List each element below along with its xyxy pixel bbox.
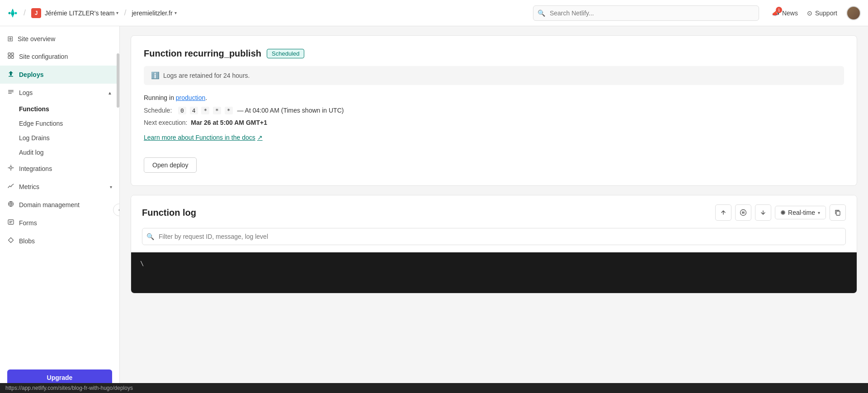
- site-configuration-icon: [7, 52, 14, 61]
- svg-point-9: [10, 167, 12, 169]
- search-bar: 🔍: [533, 5, 759, 21]
- main-content: Function recurring_publish Scheduled ℹ️ …: [120, 26, 868, 393]
- support-icon: ⊙: [807, 9, 812, 17]
- svg-rect-14: [744, 212, 745, 214]
- sidebar-item-blobs[interactable]: Blobs: [0, 232, 119, 250]
- info-box: ℹ️ Logs are retained for 24 hours.: [144, 66, 844, 85]
- logs-chevron-icon: ▲: [108, 90, 112, 95]
- logs-icon: [7, 88, 14, 97]
- production-link[interactable]: production: [176, 94, 205, 101]
- sidebar-item-integrations[interactable]: Integrations: [0, 160, 119, 178]
- search-icon: 🔍: [538, 9, 545, 17]
- site-name-button[interactable]: jeremielitzler.fr ▾: [132, 9, 176, 17]
- svg-rect-15: [836, 211, 840, 215]
- cron-seg-0: 0: [178, 107, 186, 114]
- sidebar-item-site-overview[interactable]: ⊞ Site overview: [0, 30, 119, 47]
- metrics-icon: [7, 182, 14, 191]
- cron-seg-4: *: [225, 107, 233, 114]
- search-input[interactable]: [533, 5, 759, 21]
- sidebar: ⊞ Site overview Site configuration Deplo…: [0, 26, 120, 393]
- log-card-header: Function log Real-time ▾: [131, 195, 857, 221]
- blobs-icon: [7, 237, 14, 246]
- scroll-down-button[interactable]: [755, 204, 771, 221]
- nav-separator: /: [24, 8, 26, 18]
- support-button[interactable]: ⊙ Support: [807, 9, 837, 17]
- metrics-chevron-icon: ▾: [110, 185, 112, 189]
- integrations-icon: [7, 164, 14, 173]
- docs-link-row: Learn more about Functions in the docs ↗: [144, 133, 844, 150]
- sidebar-item-logs[interactable]: Logs ▲: [0, 84, 119, 102]
- navbar: / J Jérémie LITZLER's team ▾ / jeremieli…: [0, 0, 868, 26]
- news-badge: 1: [776, 7, 782, 13]
- svg-point-1: [15, 12, 17, 14]
- news-button[interactable]: 📣 1 News: [772, 9, 798, 17]
- svg-point-0: [9, 12, 11, 14]
- realtime-chevron-icon: ▾: [818, 210, 820, 215]
- netlify-logo: [7, 8, 18, 19]
- sidebar-item-site-configuration[interactable]: Site configuration: [0, 47, 119, 66]
- svg-rect-13: [742, 212, 743, 214]
- site-overview-icon: ⊞: [7, 34, 13, 43]
- realtime-button[interactable]: Real-time ▾: [775, 206, 826, 219]
- layout: ⊞ Site overview Site configuration Deplo…: [0, 26, 868, 393]
- status-bar: https://app.netlify.com/sites/blog-fr-wi…: [0, 383, 868, 393]
- sidebar-sub-item-log-drains[interactable]: Log Drains: [19, 131, 119, 145]
- pause-icon: [740, 209, 747, 216]
- avatar[interactable]: [846, 6, 861, 20]
- sidebar-item-forms[interactable]: Forms: [0, 214, 119, 232]
- copy-button[interactable]: [830, 204, 846, 221]
- sidebar-item-metrics[interactable]: Metrics ▾: [0, 178, 119, 196]
- nav-separator-2: /: [124, 8, 126, 18]
- docs-link[interactable]: Learn more about Functions in the docs ↗: [144, 134, 263, 141]
- copy-icon: [834, 209, 841, 216]
- sidebar-sub-item-edge-functions[interactable]: Edge Functions: [19, 116, 119, 131]
- svg-rect-11: [8, 220, 14, 224]
- forms-icon: [7, 218, 14, 227]
- sidebar-sub-item-functions[interactable]: Functions: [19, 102, 119, 116]
- function-card: Function recurring_publish Scheduled ℹ️ …: [131, 35, 857, 186]
- logo-area: / J Jérémie LITZLER's team ▾ / jeremieli…: [7, 8, 177, 19]
- function-card-header: Function recurring_publish Scheduled: [144, 48, 844, 59]
- cron-seg-2: *: [201, 107, 209, 114]
- svg-rect-2: [8, 53, 10, 55]
- log-filter-input[interactable]: [142, 228, 846, 245]
- log-terminal: \: [131, 252, 857, 293]
- team-name-button[interactable]: Jérémie LITZLER's team ▾: [45, 9, 118, 17]
- site-chevron-icon: ▾: [175, 10, 177, 15]
- news-icon-wrap: 📣 1: [772, 9, 779, 17]
- open-deploy-button[interactable]: Open deploy: [144, 157, 197, 173]
- external-link-icon: ↗: [257, 134, 263, 141]
- sidebar-sub-item-audit-log[interactable]: Audit log: [19, 145, 119, 160]
- domain-management-icon: [7, 200, 14, 209]
- cron-seg-3: *: [213, 107, 221, 114]
- arrow-down-icon: [760, 209, 767, 216]
- realtime-dot-icon: [781, 210, 785, 215]
- svg-rect-3: [11, 53, 14, 55]
- sidebar-item-domain-management[interactable]: Domain management: [0, 196, 119, 214]
- team-badge-icon: J: [31, 8, 41, 18]
- svg-rect-6: [8, 90, 14, 91]
- log-filter-section: 🔍: [131, 221, 857, 252]
- svg-point-12: [741, 210, 746, 216]
- team-chevron-icon: ▾: [116, 10, 118, 15]
- log-filter-wrap: 🔍: [142, 228, 846, 245]
- svg-rect-7: [8, 91, 14, 92]
- svg-rect-4: [8, 56, 10, 58]
- pause-button[interactable]: [735, 204, 751, 221]
- cron-seg-1: 4: [190, 107, 198, 114]
- scrollbar-thumb: [117, 53, 119, 108]
- function-log-card: Function log Real-time ▾: [131, 195, 857, 294]
- sidebar-item-deploys[interactable]: Deploys: [0, 66, 119, 84]
- svg-rect-8: [8, 93, 12, 94]
- info-icon: ℹ️: [151, 71, 160, 80]
- log-title: Function log: [142, 208, 196, 218]
- nav-actions: 📣 1 News ⊙ Support: [772, 6, 861, 20]
- scroll-up-button[interactable]: [715, 204, 731, 221]
- running-in-row: Running in production.: [144, 94, 844, 101]
- schedule-row: Schedule: 0 4 * * * — At 04:00 AM (Times…: [144, 107, 844, 114]
- status-badge: Scheduled: [267, 49, 304, 58]
- arrow-up-icon: [720, 209, 727, 216]
- log-search-icon: 🔍: [146, 233, 154, 240]
- log-actions: Real-time ▾: [715, 204, 846, 221]
- logs-submenu: Functions Edge Functions Log Drains Audi…: [0, 102, 119, 160]
